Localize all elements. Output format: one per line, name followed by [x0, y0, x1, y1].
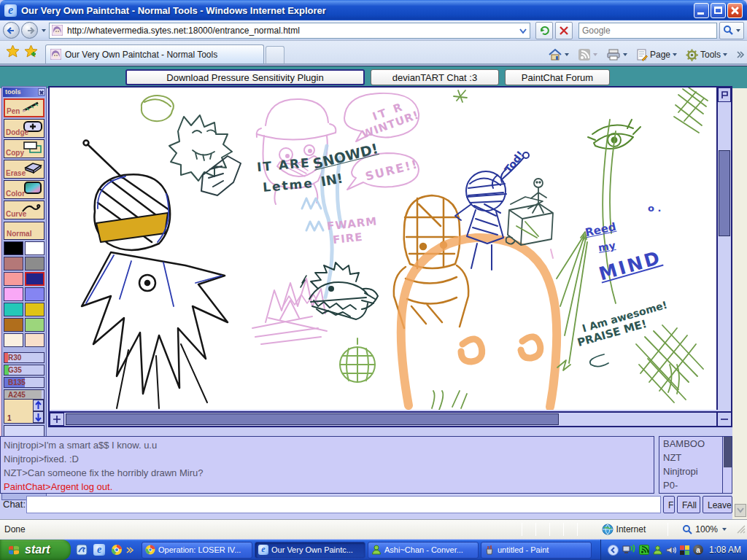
swatch[interactable]	[4, 241, 23, 255]
search-input[interactable]	[579, 26, 716, 36]
minimize-button[interactable]	[694, 3, 709, 18]
user-list-scrollbar[interactable]	[722, 437, 732, 493]
blue-slider[interactable]: B135	[4, 377, 44, 388]
start-button[interactable]: start	[0, 540, 71, 560]
swatch[interactable]	[25, 333, 44, 347]
swatch-selected[interactable]	[25, 272, 44, 286]
swatch[interactable]	[25, 303, 44, 316]
horizontal-scroll-thumb[interactable]	[66, 413, 559, 425]
window-titlebar[interactable]: e Our Very Own Paintchat - Normal Tools …	[0, 0, 747, 20]
tool-curve[interactable]: Curve	[4, 201, 44, 219]
tray-color-profile-icon[interactable]	[680, 545, 689, 555]
canvas-vertical-scrollbar[interactable]	[716, 88, 731, 410]
close-button[interactable]	[727, 3, 743, 18]
tray-a-icon[interactable]: a	[693, 545, 703, 555]
size-up-button[interactable]	[33, 400, 44, 411]
download-plugin-button[interactable]: Download Pressure Sensitivity Plugin	[125, 69, 365, 85]
tab-paintchat[interactable]: Our Very Own Paintchat - Normal Tools	[45, 44, 264, 63]
palette-close-icon[interactable]	[38, 88, 45, 96]
toolbar-overflow-chevron[interactable]	[734, 46, 747, 63]
address-input[interactable]	[66, 25, 519, 36]
new-tab-stub[interactable]	[266, 46, 285, 63]
user-list-item[interactable]: P0-	[659, 478, 732, 492]
swatch[interactable]	[4, 287, 23, 301]
swatch[interactable]	[4, 272, 23, 286]
tray-clock[interactable]: 1:08 AM	[709, 545, 741, 555]
tray-messenger-icon[interactable]	[653, 545, 662, 555]
paint-canvas[interactable]: IT ARE Letme SNOWD! IN! IT R WINTUR! SUR…	[50, 88, 716, 410]
stop-button[interactable]	[555, 22, 573, 39]
swatch[interactable]	[25, 318, 44, 332]
zoom-level[interactable]: 100%	[695, 524, 718, 534]
red-slider[interactable]: R30	[4, 352, 44, 363]
canvas-horizontal-scrollbar[interactable]	[50, 411, 716, 426]
swatch[interactable]	[25, 241, 44, 255]
chat-leave-button[interactable]: Leave	[703, 496, 732, 513]
chat-input[interactable]	[26, 496, 661, 513]
tool-erase[interactable]: Erase	[4, 160, 44, 179]
size-down-button[interactable]	[33, 411, 44, 423]
back-button[interactable]	[3, 22, 20, 39]
tool-dodge[interactable]: Dodge	[4, 119, 44, 138]
swatch[interactable]	[25, 287, 44, 301]
vertical-scroll-thumb[interactable]	[719, 150, 730, 236]
quicklaunch-app-icon[interactable]	[75, 543, 88, 556]
add-favorite-icon[interactable]	[24, 44, 38, 61]
favorites-star-icon[interactable]	[6, 44, 20, 61]
user-list-item[interactable]: Ninjtropi	[659, 464, 732, 478]
task-paintchat-active[interactable]: e Our Very Own Paintc...	[255, 542, 365, 559]
chat-log[interactable]: Ninjtropi>I'm a smart a$$ I know. u.u Ni…	[0, 436, 654, 494]
refresh-button[interactable]	[535, 22, 553, 39]
page-menu[interactable]: Page	[634, 46, 679, 63]
user-list-item[interactable]: NZT	[659, 451, 732, 464]
tools-menu[interactable]: Tools	[684, 46, 729, 63]
print-button[interactable]	[604, 46, 630, 63]
user-list-item[interactable]: BAMBOO	[659, 437, 732, 451]
paintchat-forum-button[interactable]: PaintChat Forum	[505, 69, 610, 85]
scrollbar-flag-button[interactable]	[718, 88, 731, 102]
history-dropdown[interactable]	[42, 29, 46, 32]
quicklaunch-overflow-chevron[interactable]	[126, 543, 134, 556]
tray-feed-icon[interactable]	[639, 545, 649, 555]
task-messenger[interactable]: Ashi~Chan - Conver...	[368, 542, 479, 559]
tool-copy[interactable]: Copy	[4, 139, 44, 158]
page-scroll-down-button[interactable]	[735, 504, 746, 517]
task-operation-loser[interactable]: Operation: LOSER IV...	[142, 542, 252, 559]
address-dropdown-icon[interactable]	[519, 26, 527, 35]
home-button[interactable]	[546, 46, 571, 63]
feeds-button[interactable]	[576, 46, 600, 63]
gear-icon	[686, 49, 698, 61]
search-go-button[interactable]	[719, 22, 744, 39]
quicklaunch-chrome-icon[interactable]	[110, 543, 123, 556]
swatch[interactable]	[25, 257, 44, 271]
system-tray: a 1:08 AM	[600, 540, 747, 560]
chat-fall-button[interactable]: FAll	[677, 496, 700, 513]
swatch[interactable]	[4, 257, 23, 271]
page-menu-label: Page	[650, 50, 670, 60]
tray-network-activity-icon[interactable]	[622, 545, 635, 555]
scroll-minus-button[interactable]	[716, 411, 731, 426]
maximize-button[interactable]	[711, 3, 726, 18]
swatch[interactable]	[4, 318, 23, 332]
tool-pen[interactable]: Pen	[4, 98, 44, 117]
user-list[interactable]: BAMBOO NZT Ninjtropi P0-	[659, 436, 732, 494]
green-slider[interactable]: G35	[4, 365, 44, 376]
quicklaunch-ie-icon[interactable]: e	[93, 543, 106, 556]
task-paint[interactable]: untitled - Paint	[481, 542, 592, 559]
tray-collapse-chevron[interactable]	[608, 545, 619, 556]
deviantart-chat-button[interactable]: devianTART Chat :3	[371, 69, 499, 85]
address-field[interactable]	[49, 23, 530, 39]
tray-volume-icon[interactable]	[666, 545, 676, 555]
tools-menu-label: Tools	[700, 50, 721, 60]
forward-button[interactable]	[21, 22, 38, 39]
swatch[interactable]	[4, 333, 23, 347]
mode-select[interactable]: Normal	[4, 222, 44, 240]
user-list-scroll-thumb[interactable]	[724, 437, 732, 467]
search-box[interactable]	[578, 23, 717, 39]
scroll-plus-button[interactable]	[50, 413, 64, 426]
chat-f-button[interactable]: F	[663, 496, 675, 513]
rss-icon	[578, 48, 591, 61]
tool-color[interactable]: Color	[4, 180, 44, 199]
swatch[interactable]	[4, 303, 23, 316]
zoom-dropdown-icon[interactable]	[722, 528, 727, 531]
